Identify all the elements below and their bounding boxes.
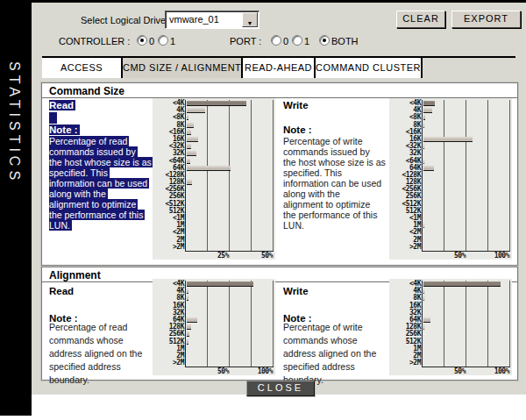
chart-bar: [423, 101, 435, 106]
chart-row: 4K: [389, 288, 512, 295]
alignment-panel-title: Alignment: [49, 269, 101, 281]
align-write-heading: Write: [283, 286, 309, 296]
clear-button[interactable]: CLEAR: [396, 11, 445, 28]
chart-bar-track: [423, 324, 510, 331]
chart-bar-track: [423, 114, 510, 121]
controller-radio-1-label: 1: [170, 36, 175, 46]
note-line: the performance of this: [49, 210, 153, 220]
chart-bar-track: [423, 352, 510, 359]
logical-drive-select[interactable]: vmware_01 ▼: [165, 11, 259, 29]
chart-bar: [423, 123, 424, 128]
note-line: information can be used: [49, 178, 153, 189]
chart-row: 2M: [153, 352, 275, 359]
chart-bar-track: [186, 158, 274, 165]
chart-bar-track: [186, 288, 274, 295]
chart-bar-track: [423, 179, 510, 186]
chart-row: 2M: [389, 352, 512, 359]
chart-bar-track: [186, 331, 274, 338]
chart-bar: [187, 324, 191, 330]
chart-bar-track: [423, 281, 510, 288]
cmd-write-note: Percentage of write commands issued by t…: [283, 136, 386, 231]
note-line: address aligned on the: [283, 347, 376, 360]
chart-bar-track: [423, 201, 510, 208]
axis-tick-label: 100%: [494, 252, 509, 260]
chart-bar-track: [423, 338, 510, 345]
chart-bar: [187, 317, 197, 323]
chart-category-label: >2M: [389, 244, 423, 251]
tab-read-ahead[interactable]: READ-AHEAD: [243, 58, 316, 78]
chart-row: <2M: [153, 229, 275, 236]
chart-bar-track: [186, 222, 274, 229]
chart-row: <64K: [389, 158, 512, 165]
chart-bar: [423, 166, 434, 171]
chart-bar: [187, 281, 253, 287]
chart-bar-track: [186, 310, 274, 317]
chart-bar-track: [423, 186, 510, 193]
chart-bar: [423, 281, 501, 287]
chart-bar-track: [186, 179, 274, 186]
chart-row: <32K: [153, 143, 275, 150]
chart-bar-track: [423, 222, 510, 229]
selection-stub: [49, 112, 57, 124]
note-line: alignment to optimize: [49, 199, 153, 210]
chart-bar-track: [423, 150, 510, 157]
chart-row: 2M: [389, 237, 512, 244]
port-radio-both[interactable]: [319, 35, 330, 46]
chart-row: <4K: [389, 100, 512, 107]
chart-bar-track: [186, 193, 274, 200]
chart-row: <16K: [389, 129, 512, 136]
chart-bar-track: [186, 136, 274, 143]
chart-bar: [187, 108, 205, 113]
axis-tick-label: 100%: [494, 367, 509, 375]
chart-axis: 25%50%: [185, 251, 273, 260]
chart-bar-track: [423, 229, 510, 236]
axis-tick-label: 50%: [454, 252, 466, 260]
select-drive-label: Select Logical Drive :: [81, 15, 171, 25]
chart-bar-track: [423, 158, 510, 165]
close-button[interactable]: CLOSE: [246, 381, 315, 396]
note-line: the host whose size is as: [283, 157, 386, 167]
chart-row: 512K: [389, 338, 512, 345]
chart-row: 8K: [389, 295, 512, 302]
cmd-read-chart: <4K4K<8K8K<16K16K<32K32K<64K64K<128K128K…: [153, 98, 275, 260]
chart-bar-track: [186, 186, 274, 193]
align-read-note: Percentage of read commands whose addres…: [49, 321, 142, 387]
tab-cmd-size-alignment[interactable]: CMD SIZE / ALIGNMENT: [123, 58, 243, 78]
export-button[interactable]: EXPORT: [451, 11, 521, 28]
chart-row: <4K: [389, 281, 512, 288]
chart-bar-track: [186, 143, 274, 150]
cmd-read-note-label: Note :: [49, 125, 80, 135]
chart-axis: 50%100%: [422, 367, 509, 375]
note-line: boundary.: [49, 374, 142, 387]
chart-row: 4K: [153, 288, 275, 295]
logical-drive-value: vmware_01: [169, 14, 219, 25]
chart-bar-track: [423, 317, 510, 324]
chart-bar-track: [423, 295, 510, 302]
chart-category-label: >2M: [389, 359, 423, 367]
tab-access[interactable]: ACCESS: [42, 58, 123, 78]
chart-bar: [423, 317, 430, 323]
port-label: PORT :: [230, 36, 261, 46]
tab-command-cluster[interactable]: COMMAND CLUSTER: [316, 58, 423, 78]
port-radio-both-label: BOTH: [331, 36, 359, 46]
chart-category-label: >2M: [153, 244, 186, 251]
port-radio-0[interactable]: [271, 35, 281, 46]
chart-bar-track: [186, 352, 274, 359]
tab-bar: ACCESS CMD SIZE / ALIGNMENT READ-AHEAD C…: [42, 56, 515, 80]
chart-bar-track: [423, 122, 510, 129]
axis-tick-label: 100%: [258, 367, 273, 375]
command-size-panel: Command Size Read Note : Percentage of r…: [41, 82, 518, 266]
port-radio-1[interactable]: [292, 35, 302, 46]
combo-dropdown-button[interactable]: ▼: [242, 12, 258, 27]
command-size-panel-title: Command Size: [49, 85, 124, 97]
controller-radio-1[interactable]: [158, 35, 168, 46]
chart-bar-track: [423, 208, 510, 215]
note-line: commands whose: [49, 334, 142, 347]
chart-bar: [423, 223, 424, 228]
chart-bar-track: [186, 244, 274, 251]
chart-bar: [187, 159, 190, 164]
note-line: specified. This: [283, 167, 386, 178]
controller-radio-0[interactable]: [137, 35, 147, 46]
chart-category-label: >2M: [153, 359, 186, 367]
chart-rows: <4K4K8K16K32K64K128K256K512K1M2M>2M: [153, 279, 275, 367]
